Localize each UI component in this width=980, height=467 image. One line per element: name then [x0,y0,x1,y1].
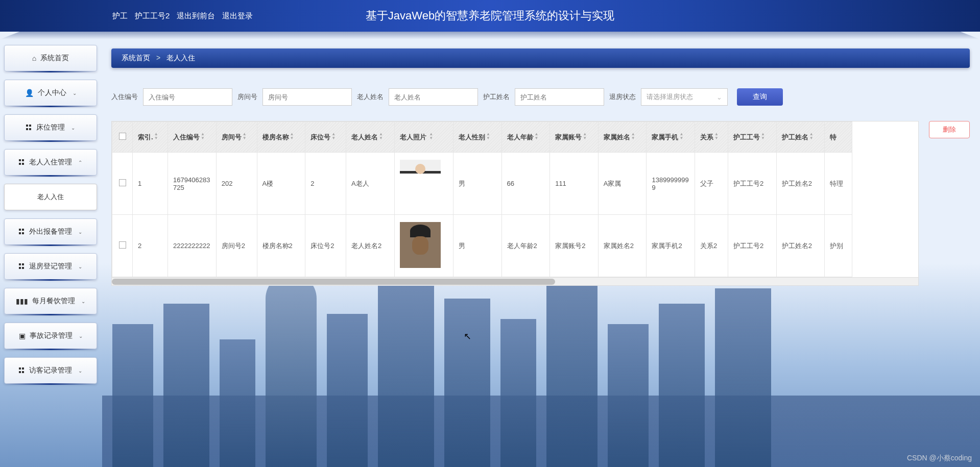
col-age[interactable]: 老人年龄▲▼ [501,122,550,153]
grid-icon [19,263,25,269]
search-input-room[interactable] [262,88,352,106]
col-famname[interactable]: 家属姓名▲▼ [598,122,647,153]
sidebar-item-visitor[interactable]: 访客记录管理 ⌄ [4,357,97,384]
row-checkbox[interactable] [119,179,126,186]
data-table-container: 索引.▲▼ 入住编号▲▼ 房间号▲▼ 楼房名称▲▼ 床位号▲▼ 老人姓名▲▼ 老… [111,121,919,286]
main-content: 系统首页 > 老人入住 入住编号 房间号 老人姓名 护工姓名 退房状态 请选择退… [111,48,970,286]
sidebar-label: 外出报备管理 [29,227,72,236]
col-famacc[interactable]: 家属账号▲▼ [550,122,599,153]
sort-icon: ▲▼ [761,132,765,140]
search-select-status[interactable]: 请选择退房状态 ⌄ [641,88,728,106]
doc-icon: ▣ [19,332,26,340]
sort-icon: ▲▼ [535,132,539,140]
col-name[interactable]: 老人姓名▲▼ [346,122,394,153]
breadcrumb-root[interactable]: 系统首页 [122,54,150,62]
sort-icon: ▲▼ [714,132,719,140]
col-code[interactable]: 入住编号▲▼ [168,122,217,153]
cell-age: 老人年龄2 [501,215,550,277]
chevron-down-icon: ⌄ [78,264,82,269]
sort-icon: ▲▼ [631,132,635,140]
sort-icon: ▲▼ [331,132,336,140]
cell-extra: 护别 [825,215,852,277]
table-row[interactable]: 1 1679406283725 202 A楼 2 A老人 男 66 111 A家… [112,153,852,215]
col-bed[interactable]: 床位号▲▼ [305,122,346,153]
horizontal-scrollbar[interactable] [112,277,918,285]
sidebar-label: 访客记录管理 [29,366,72,375]
cell-bed: 2 [305,153,346,215]
sidebar-item-profile[interactable]: 👤 个人中心 ⌄ [4,80,97,106]
cell-building: 楼房名称2 [257,215,305,277]
cell-code: 2222222222 [168,215,217,277]
col-nurseid[interactable]: 护工工号▲▼ [728,122,777,153]
cell-relation: 父子 [695,153,728,215]
search-input-code[interactable] [143,88,232,106]
breadcrumb: 系统首页 > 老人入住 [111,48,970,68]
col-photo[interactable]: 老人照片 ▲▼ [394,122,453,153]
checkbox-icon[interactable] [119,133,126,140]
cell-gender: 男 [453,153,501,215]
cell-famname: A家属 [598,153,647,215]
search-label-room: 房间号 [237,92,257,102]
cell-building: A楼 [257,153,305,215]
search-input-name[interactable] [389,88,478,106]
sidebar-label: 每月餐饮管理 [32,297,75,306]
logout-frontend-link[interactable]: 退出到前台 [177,11,215,21]
sidebar-item-bed[interactable]: 床位管理 ⌄ [4,114,97,141]
col-famphone[interactable]: 家属手机▲▼ [647,122,695,153]
elderly-photo [400,160,441,206]
cell-famphone: 家属手机2 [647,215,695,277]
sort-icon: ▲▼ [583,132,587,140]
sidebar-label: 老人入住 [37,192,64,202]
app-title: 基于JavaWeb的智慧养老院管理系统的设计与实现 [366,8,614,23]
col-extra[interactable]: 特 [825,122,852,153]
delete-button[interactable]: 删除 [929,121,970,138]
sidebar-subitem-elderly-checkin[interactable]: 老人入住 [4,184,97,210]
cell-famacc: 家属账号2 [550,215,599,277]
search-label-name: 老人姓名 [357,92,384,102]
col-gender[interactable]: 老人性别▲▼ [453,122,501,153]
sort-icon: ▲▼ [679,132,683,140]
col-relation[interactable]: 关系▲▼ [695,122,728,153]
app-header: 护工 护工工号2 退出到前台 退出登录 基于JavaWeb的智慧养老院管理系统的… [0,0,980,32]
sort-icon: ▲▼ [243,132,247,140]
col-index[interactable]: 索引.▲▼ [133,122,168,153]
sidebar-label: 个人中心 [38,88,66,97]
col-building[interactable]: 楼房名称▲▼ [257,122,305,153]
cell-photo [394,215,453,277]
grid-icon [19,229,25,235]
user-role: 护工 [112,11,128,21]
cell-nursename: 护工姓名2 [776,153,825,215]
watermark: CSDN @小蔡coding [907,454,972,463]
sidebar-item-outreport[interactable]: 外出报备管理 ⌄ [4,218,97,245]
sidebar-item-accident[interactable]: ▣ 事故记录管理 ⌄ [4,323,97,349]
sidebar: ⌂ 系统首页 👤 个人中心 ⌄ 床位管理 ⌄ 老人入住管理 ⌃ 老人入住 外出报… [4,45,97,392]
breadcrumb-current: 老人入住 [166,54,195,62]
select-placeholder: 请选择退房状态 [647,92,693,102]
table-row[interactable]: 2 2222222222 房间号2 楼房名称2 床位号2 老人姓名2 男 老人年… [112,215,852,277]
col-room[interactable]: 房间号▲▼ [216,122,257,153]
cell-nursename: 护工姓名2 [776,215,825,277]
sidebar-item-home[interactable]: ⌂ 系统首页 [4,45,97,71]
user-id: 护工工号2 [135,11,170,21]
logout-link[interactable]: 退出登录 [222,11,253,21]
sidebar-item-meal[interactable]: ▮▮▮ 每月餐饮管理 ⌄ [4,288,97,314]
search-label-nurse: 护工姓名 [483,92,510,102]
query-button[interactable]: 查询 [737,88,783,106]
sidebar-item-checkin[interactable]: 老人入住管理 ⌃ [4,149,97,176]
search-input-nurse[interactable] [515,88,604,106]
chevron-down-icon: ⌄ [71,125,75,131]
chevron-up-icon: ⌃ [78,160,82,165]
chevron-down-icon: ⌄ [81,299,85,304]
sidebar-label: 退房登记管理 [29,262,72,271]
sidebar-label: 老人入住管理 [29,158,72,167]
col-nursename[interactable]: 护工姓名▲▼ [776,122,825,153]
sidebar-item-checkout[interactable]: 退房登记管理 ⌄ [4,253,97,280]
cell-extra: 特理 [825,153,852,215]
cell-nurseid: 护工工号2 [728,153,777,215]
scrollbar-thumb[interactable] [112,279,555,285]
home-icon: ⌂ [32,54,36,62]
row-checkbox[interactable] [119,241,126,249]
header-select-all[interactable] [112,122,133,153]
cell-code: 1679406283725 [168,153,217,215]
cell-photo [394,153,453,215]
